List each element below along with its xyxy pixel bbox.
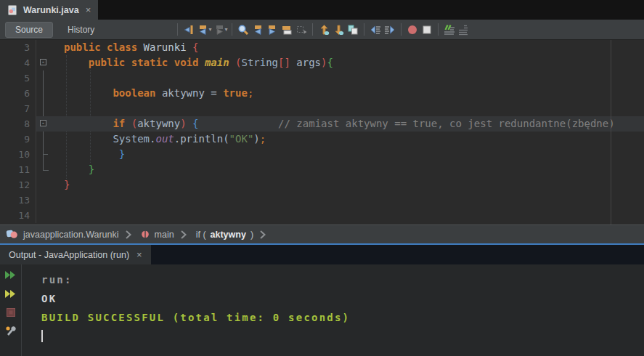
code-line-12[interactable]: 12} (0, 177, 644, 193)
next-bookmark-icon[interactable] (331, 23, 346, 37)
class-icon (6, 229, 18, 240)
editor-tab-close-icon[interactable]: × (86, 4, 91, 15)
code-area[interactable]: 3public class Warunki {4- public static … (0, 40, 644, 223)
output-line: OK (41, 289, 644, 308)
code-line-11[interactable]: 11 } (0, 162, 644, 177)
code-line-7[interactable]: 7 (0, 101, 644, 116)
line-number[interactable]: 7 (0, 101, 36, 116)
breadcrumb-package-class[interactable]: javaapplication.Warunki (23, 230, 119, 240)
comment-icon[interactable] (442, 23, 457, 37)
code-line-4[interactable]: 4- public static void main (String[] arg… (0, 55, 644, 70)
line-number[interactable]: 14 (0, 208, 36, 223)
previous-bookmark-icon[interactable] (317, 23, 331, 37)
code-text: } (52, 147, 644, 162)
code-line-9[interactable]: 9 System.out.println("OK"); (0, 132, 644, 147)
toolbar-separator (438, 23, 439, 36)
fold-collapse-icon[interactable]: - (40, 59, 46, 65)
breadcrumb-context-prefix: if ( (196, 230, 206, 240)
output-line: BUILD SUCCESSFUL (total time: 0 seconds) (41, 308, 644, 327)
line-number[interactable]: 13 (0, 193, 36, 208)
fold-gutter (36, 193, 52, 208)
history-view-button[interactable]: History (60, 23, 102, 37)
code-line-10[interactable]: 10 } (0, 147, 644, 162)
code-text: boolean aktywny = true; (52, 86, 644, 101)
editor-tab-bar-empty (98, 0, 644, 20)
chevron-right-icon (126, 230, 131, 239)
output-tab-bar: Output - JavaApplication (run) × (0, 243, 644, 264)
output-tab[interactable]: Output - JavaApplication (run) × (0, 245, 151, 264)
fold-gutter (36, 86, 52, 101)
code-editor[interactable]: 3public class Warunki {4- public static … (0, 40, 644, 224)
line-number[interactable]: 12 (0, 177, 36, 193)
fold-gutter (36, 132, 52, 147)
output-toolbar (0, 264, 22, 356)
line-number[interactable]: 10 (0, 147, 36, 162)
code-line-8[interactable]: 8- if (aktywny) { // zamiast aktywny == … (0, 116, 644, 132)
code-text: public class Warunki { (52, 40, 644, 55)
output-tab-title: Output - JavaApplication (run) (9, 250, 129, 260)
code-line-13[interactable]: 13 (0, 193, 644, 208)
rerun-icon[interactable] (4, 269, 17, 280)
output-tab-close-icon[interactable]: × (136, 249, 142, 260)
toggle-bookmark-icon[interactable] (346, 23, 360, 37)
code-text: System.out.println("OK"); (52, 132, 644, 147)
breadcrumb-context-emph: aktywny (211, 230, 246, 240)
output-line: run: (41, 270, 644, 289)
code-text: public static void main (String[] args){ (52, 55, 644, 70)
breadcrumb-context[interactable]: if (aktywny) (196, 230, 253, 240)
code-text (52, 193, 644, 208)
toolbar-separator (232, 23, 232, 36)
toolbar-separator (177, 23, 178, 36)
source-view-button[interactable]: Source (5, 22, 53, 38)
toggle-rectangular-selection-icon[interactable] (294, 23, 309, 37)
line-number[interactable]: 3 (0, 40, 36, 55)
toggle-highlight-search-icon[interactable] (280, 23, 294, 37)
method-icon (141, 230, 150, 239)
toolbar-separator (312, 23, 313, 36)
output-lines: run:OKBUILD SUCCESSFUL (total time: 0 se… (41, 270, 644, 327)
fold-toggle[interactable]: - (36, 116, 52, 132)
back-dropdown-icon[interactable]: ▾ (208, 26, 211, 33)
shift-line-left-icon[interactable] (368, 23, 383, 37)
line-number[interactable]: 5 (0, 70, 36, 86)
find-next-occurrence-icon[interactable] (265, 23, 280, 37)
find-previous-occurrence-icon[interactable] (250, 23, 265, 37)
code-text (52, 70, 644, 86)
fold-gutter (36, 177, 52, 193)
toolbar-separator (401, 23, 402, 36)
breadcrumb-method[interactable]: main (155, 230, 174, 240)
editor-tab-warunki[interactable]: Warunki.java × (0, 0, 98, 20)
shift-line-right-icon[interactable] (383, 23, 397, 37)
line-number[interactable]: 8 (0, 116, 36, 132)
find-selection-icon[interactable] (236, 23, 250, 37)
stop-build-icon[interactable] (4, 307, 17, 318)
fold-toggle[interactable]: - (36, 55, 52, 70)
editor-toolbar: Source History ▾ ▾ (0, 20, 644, 40)
build-settings-icon[interactable] (4, 325, 17, 337)
fold-gutter (36, 101, 52, 116)
java-file-icon (7, 4, 18, 16)
code-line-3[interactable]: 3public class Warunki { (0, 40, 644, 55)
start-macro-recording-icon[interactable] (405, 23, 420, 37)
forward-icon[interactable] (212, 23, 227, 37)
uncomment-icon[interactable] (457, 23, 471, 37)
output-console[interactable]: run:OKBUILD SUCCESSFUL (total time: 0 se… (22, 264, 644, 356)
rerun-with-different-parameters-icon[interactable] (4, 288, 17, 299)
toolbar-separator (364, 23, 364, 36)
line-number[interactable]: 9 (0, 132, 36, 147)
breadcrumb-context-suffix: ) (250, 230, 253, 240)
code-line-5[interactable]: 5 (0, 70, 644, 86)
stop-macro-recording-icon[interactable] (420, 23, 434, 37)
editor-tab-title: Warunki.java (23, 5, 79, 15)
fold-collapse-icon[interactable]: - (40, 120, 46, 126)
fold-gutter (36, 70, 52, 86)
output-tab-bar-empty (151, 245, 644, 264)
code-line-14[interactable]: 14 (0, 208, 644, 223)
back-to-last-edit-icon[interactable] (182, 23, 196, 37)
line-number[interactable]: 4 (0, 55, 36, 70)
line-number[interactable]: 6 (0, 86, 36, 101)
code-line-6[interactable]: 6 boolean aktywny = true; (0, 86, 644, 101)
fold-gutter (36, 208, 52, 223)
line-number[interactable]: 11 (0, 162, 36, 177)
code-text: } (52, 162, 644, 177)
